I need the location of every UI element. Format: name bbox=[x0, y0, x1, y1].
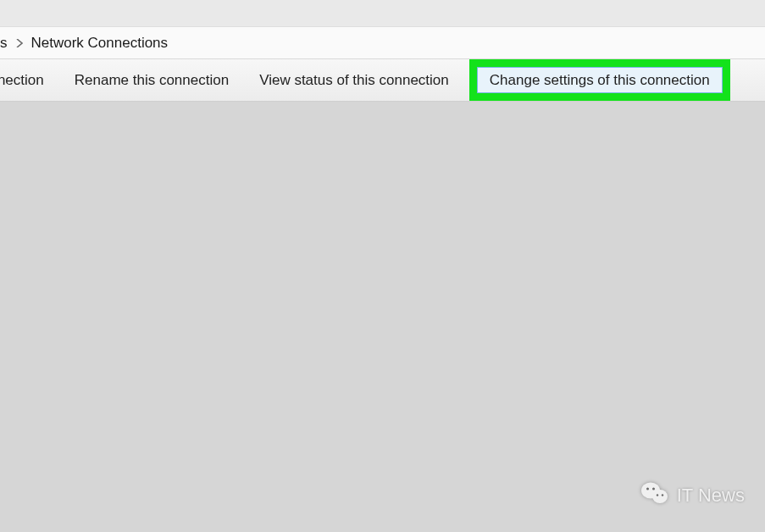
rename-connection-button[interactable]: Rename this connection bbox=[59, 67, 244, 94]
view-status-button[interactable]: View status of this connection bbox=[244, 67, 464, 94]
window-title-strip bbox=[0, 0, 765, 27]
toolbar: onnection Rename this connection View st… bbox=[0, 59, 765, 102]
breadcrumb-current[interactable]: Network Connections bbox=[28, 35, 172, 52]
breadcrumb: s Network Connections bbox=[0, 27, 765, 59]
toolbar-item-partial[interactable]: onnection bbox=[0, 67, 59, 94]
breadcrumb-prev-fragment[interactable]: s bbox=[0, 35, 11, 52]
change-settings-button[interactable]: Change settings of this connection bbox=[477, 67, 723, 93]
content-area bbox=[0, 102, 765, 532]
chevron-right-icon bbox=[11, 36, 28, 50]
highlight-box: Change settings of this connection bbox=[469, 59, 730, 101]
